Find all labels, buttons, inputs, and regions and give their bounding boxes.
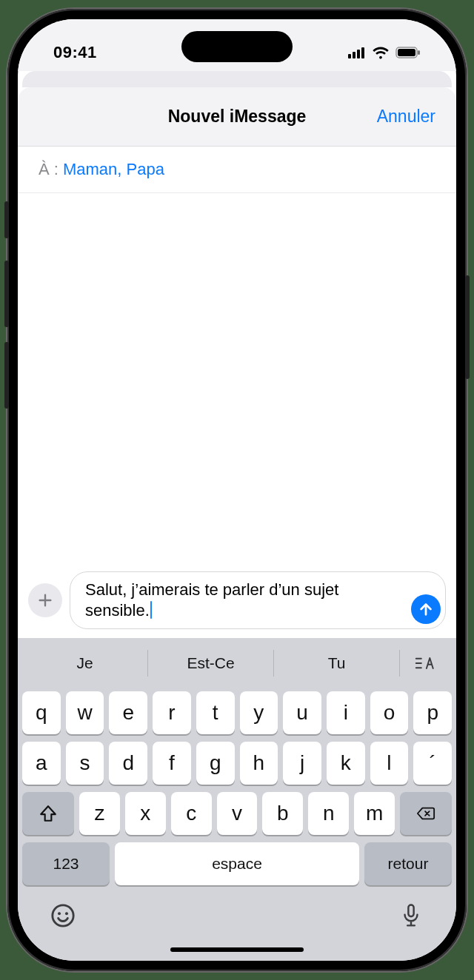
key-row-4: 123 espace retour	[22, 842, 452, 885]
text-effects-icon	[415, 655, 437, 671]
microphone-icon	[398, 903, 424, 928]
text-effects-button[interactable]	[400, 642, 452, 684]
svg-rect-0	[348, 54, 351, 58]
suggestion-2[interactable]: Est-Ce	[148, 642, 273, 684]
key-o[interactable]: o	[370, 691, 409, 734]
suggestion-3[interactable]: Tu	[274, 642, 399, 684]
svg-rect-6	[418, 50, 420, 55]
key-w[interactable]: w	[66, 691, 104, 734]
svg-rect-3	[361, 47, 364, 58]
key-n[interactable]: n	[308, 792, 349, 835]
svg-point-9	[65, 912, 68, 915]
key-q[interactable]: q	[22, 691, 61, 734]
keyboard: Je Est-Ce Tu q w e r t y u i o p	[18, 638, 456, 961]
status-icons	[348, 46, 421, 59]
phone-frame: 09:41 Nouvel iMessage Annuler À : Maman,…	[7, 9, 467, 971]
backspace-icon	[416, 804, 435, 823]
status-time: 09:41	[53, 43, 97, 62]
battery-icon	[395, 47, 421, 58]
key-i[interactable]: i	[327, 691, 365, 734]
cancel-button[interactable]: Annuler	[377, 107, 435, 127]
key-x[interactable]: x	[125, 792, 166, 835]
svg-rect-5	[398, 49, 415, 56]
text-caret	[150, 601, 152, 619]
wifi-icon	[372, 46, 390, 59]
key-b[interactable]: b	[262, 792, 303, 835]
svg-rect-1	[353, 52, 356, 58]
to-field[interactable]: À : Maman, Papa	[18, 147, 456, 193]
key-v[interactable]: v	[217, 792, 258, 835]
key-d[interactable]: d	[109, 742, 147, 785]
cellular-icon	[348, 47, 366, 58]
backspace-key[interactable]	[400, 792, 452, 835]
to-label: À :	[39, 160, 59, 179]
plus-icon	[37, 592, 53, 608]
background-card-peek	[22, 71, 452, 87]
key-t[interactable]: t	[196, 691, 235, 734]
key-j[interactable]: j	[283, 742, 321, 785]
dictation-button[interactable]	[398, 903, 424, 931]
screen: 09:41 Nouvel iMessage Annuler À : Maman,…	[18, 19, 456, 961]
volume-up-button	[4, 261, 9, 327]
space-key[interactable]: espace	[115, 842, 359, 885]
key-y[interactable]: y	[240, 691, 278, 734]
key-row-1: q w e r t y u i o p	[22, 691, 452, 734]
svg-point-8	[58, 912, 61, 915]
key-c[interactable]: c	[171, 792, 212, 835]
key-h[interactable]: h	[240, 742, 278, 785]
key-accent[interactable]: ´	[413, 742, 452, 785]
key-z[interactable]: z	[79, 792, 120, 835]
shift-key[interactable]	[22, 792, 74, 835]
key-f[interactable]: f	[153, 742, 191, 785]
svg-rect-10	[408, 905, 413, 916]
key-row-3: z x c v b n m	[22, 792, 452, 835]
key-m[interactable]: m	[354, 792, 395, 835]
volume-down-button	[4, 342, 9, 409]
key-a[interactable]: a	[22, 742, 61, 785]
key-l[interactable]: l	[370, 742, 409, 785]
shift-icon	[39, 804, 58, 823]
key-g[interactable]: g	[196, 742, 235, 785]
key-p[interactable]: p	[413, 691, 452, 734]
key-u[interactable]: u	[283, 691, 321, 734]
key-k[interactable]: k	[327, 742, 365, 785]
send-button[interactable]	[411, 594, 441, 624]
svg-rect-2	[357, 50, 360, 58]
status-bar: 09:41	[18, 19, 456, 71]
key-row-2: a s d f g h j k l ´	[22, 742, 452, 785]
power-button	[465, 275, 470, 379]
dynamic-island	[181, 31, 293, 62]
add-attachment-button[interactable]	[28, 583, 62, 617]
side-button	[4, 201, 9, 238]
page-title: Nouvel iMessage	[168, 107, 307, 127]
message-text-input[interactable]: Salut, j’aimerais te parler d’un sujet s…	[70, 571, 446, 629]
message-text: Salut, j’aimerais te parler d’un sujet s…	[85, 580, 338, 620]
home-indicator[interactable]	[170, 947, 304, 952]
numbers-key[interactable]: 123	[22, 842, 110, 885]
svg-point-7	[53, 905, 73, 926]
key-e[interactable]: e	[109, 691, 147, 734]
suggestion-1[interactable]: Je	[22, 642, 147, 684]
key-s[interactable]: s	[66, 742, 104, 785]
emoji-button[interactable]	[50, 903, 76, 931]
emoji-icon	[50, 903, 76, 928]
suggestion-bar: Je Est-Ce Tu	[22, 642, 452, 684]
conversation-area[interactable]	[18, 193, 456, 564]
recipients: Maman, Papa	[63, 160, 164, 179]
key-r[interactable]: r	[153, 691, 191, 734]
return-key[interactable]: retour	[364, 842, 452, 885]
message-input-row: Salut, j’aimerais te parler d’un sujet s…	[18, 564, 456, 638]
modal-header: Nouvel iMessage Annuler	[18, 87, 456, 147]
arrow-up-icon	[418, 601, 434, 617]
